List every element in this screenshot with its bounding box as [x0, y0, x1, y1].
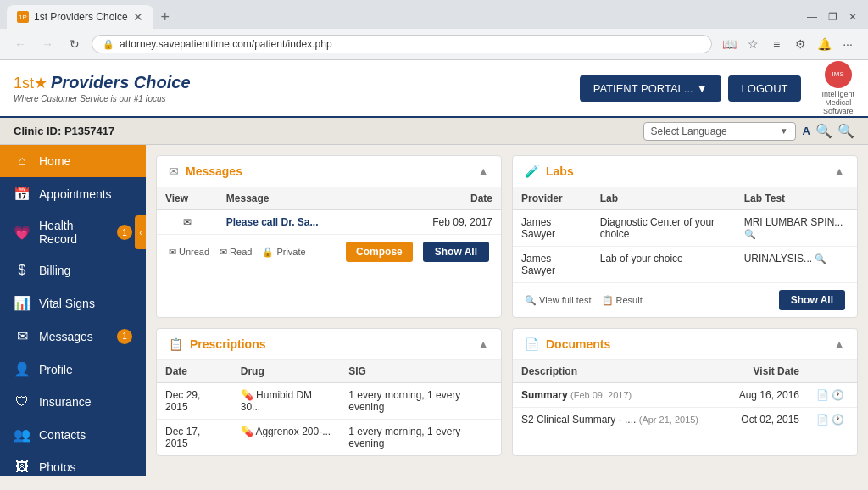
- search-icon-2[interactable]: 🔍: [837, 123, 854, 139]
- new-tab-button[interactable]: +: [153, 5, 177, 29]
- address-bar[interactable]: 🔒 attorney.savepatienttime.com/patient/i…: [92, 35, 712, 53]
- message-view-icon: ✉: [157, 210, 218, 235]
- prescriptions-card-header: 📋 Prescriptions ▲: [157, 329, 501, 360]
- sidebar-item-vital-signs[interactable]: 📊 Vital Signs: [0, 287, 146, 320]
- logo: 1st★ Providers Choice Where Customer Ser…: [14, 73, 191, 103]
- sidebar-item-contacts[interactable]: 👥 Contacts: [0, 418, 146, 451]
- lab-test-1[interactable]: MRI LUMBAR SPIN... 🔍: [736, 210, 857, 247]
- private-filter[interactable]: 🔒 Private: [262, 247, 305, 258]
- doc-info-icon-1[interactable]: 🕐: [832, 389, 844, 401]
- logo-text: Providers Choice: [51, 73, 191, 92]
- tab-title: 1st Providers Choice: [34, 11, 128, 23]
- bookmark-icon[interactable]: ☆: [743, 34, 763, 54]
- sidebar-label-photos: Photos: [39, 460, 132, 474]
- sidebar-item-messages[interactable]: ✉ Messages 1: [0, 320, 146, 353]
- health-icon: 💗: [14, 225, 31, 241]
- menu-icon[interactable]: ≡: [766, 34, 787, 54]
- rx-drug-2: 💊 Aggrenox 200-...: [232, 420, 341, 456]
- insurance-icon: 🛡: [14, 394, 31, 409]
- view-full-test-link[interactable]: 🔍 View full test: [525, 295, 592, 306]
- reading-mode-icon[interactable]: 📖: [719, 34, 739, 54]
- doc-actions-1[interactable]: 📄 🕐: [808, 383, 857, 408]
- language-select[interactable]: Select Language ▼: [643, 122, 796, 141]
- rx-drug-icon-1: 💊: [241, 389, 253, 401]
- result-icon: 📋: [602, 295, 614, 306]
- messages-card-header: ✉ Messages ▲: [157, 156, 501, 187]
- profile-icon: 👤: [14, 361, 31, 377]
- rx-drug-icon-2: 💊: [241, 426, 253, 437]
- table-row: James Sawyer Lab of your choice URINALYS…: [513, 247, 857, 283]
- rx-col-drug: Drug: [232, 360, 341, 383]
- table-row: S2 Clinical Summary - .... (Apr 21, 2015…: [513, 408, 857, 432]
- sidebar-item-billing[interactable]: $ Billing: [0, 254, 146, 287]
- search-icon: 🔍: [525, 295, 537, 306]
- messages-col-date: Date: [384, 187, 501, 210]
- prescriptions-icon: 📋: [169, 337, 183, 351]
- home-icon: ⌂: [14, 153, 31, 169]
- doc-download-icon-1[interactable]: 📄: [816, 389, 829, 401]
- messages-collapse-button[interactable]: ▲: [477, 164, 489, 178]
- notifications-icon[interactable]: 🔔: [814, 34, 834, 54]
- patient-portal-button[interactable]: PATIENT PORTAL... ▼: [580, 75, 721, 102]
- labs-card-body: Provider Lab Lab Test James Sawyer Diagn…: [513, 187, 857, 282]
- labs-card-title: Labs: [546, 164, 574, 178]
- lab-test-2[interactable]: URINALYSIS... 🔍: [736, 247, 857, 283]
- labs-col-lab: Lab: [592, 187, 736, 210]
- restore-button[interactable]: ❐: [824, 8, 841, 25]
- table-row: James Sawyer Diagnostic Center of your c…: [513, 210, 857, 247]
- rx-col-date: Date: [157, 360, 232, 383]
- sidebar-item-health-record[interactable]: 💗 Health Record 1 ‹: [0, 210, 146, 254]
- labs-collapse-button[interactable]: ▲: [833, 164, 845, 178]
- result-link[interactable]: 📋 Result: [602, 295, 643, 306]
- text-size-icon[interactable]: A: [803, 125, 810, 137]
- forward-button[interactable]: →: [37, 34, 58, 54]
- sidebar-collapse-handle[interactable]: ‹: [135, 215, 146, 249]
- unread-filter[interactable]: ✉ Unread: [169, 247, 209, 258]
- vitals-icon: 📊: [14, 295, 31, 311]
- messages-card-footer: ✉ Unread ✉ Read 🔒 Private Compose Show A…: [157, 234, 501, 269]
- back-button[interactable]: ←: [10, 34, 31, 54]
- sidebar: ⌂ Home 📅 Appointments 💗 Health Record 1 …: [0, 145, 146, 476]
- lab-test-search-icon-2[interactable]: 🔍: [815, 253, 826, 264]
- documents-collapse-button[interactable]: ▲: [833, 337, 845, 351]
- sidebar-item-home[interactable]: ⌂ Home: [0, 145, 146, 177]
- rx-date-1: Dec 29, 2015: [157, 383, 232, 420]
- minimize-button[interactable]: —: [804, 8, 821, 25]
- more-icon[interactable]: ···: [837, 34, 858, 54]
- prescriptions-collapse-button[interactable]: ▲: [477, 337, 489, 351]
- extensions-icon[interactable]: ⚙: [790, 34, 810, 54]
- messages-show-all-button[interactable]: Show All: [423, 242, 489, 262]
- billing-icon: $: [14, 263, 31, 278]
- table-row: ✉ Please call Dr. Sa... Feb 09, 2017: [157, 210, 501, 235]
- read-filter[interactable]: ✉ Read: [220, 247, 252, 258]
- documents-icon: 📄: [525, 337, 539, 351]
- sidebar-item-profile[interactable]: 👤 Profile: [0, 353, 146, 386]
- sidebar-item-appointments[interactable]: 📅 Appointments: [0, 177, 146, 210]
- message-text[interactable]: Please call Dr. Sa...: [218, 210, 384, 235]
- refresh-button[interactable]: ↻: [64, 34, 85, 54]
- lab-test-search-icon-1[interactable]: 🔍: [744, 229, 756, 239]
- sidebar-item-photos[interactable]: 🖼 Photos: [0, 451, 146, 476]
- unread-icon: ✉: [169, 247, 176, 258]
- sidebar-label-profile: Profile: [39, 363, 132, 376]
- tab-close-button[interactable]: ✕: [133, 10, 143, 24]
- active-tab[interactable]: 1P 1st Providers Choice ✕: [7, 5, 153, 29]
- doc-actions-2[interactable]: 📄 🕐: [808, 408, 857, 432]
- doc-col-visit-date: Visit Date: [724, 360, 808, 383]
- clinic-id: Clinic ID: P1357417: [14, 125, 114, 137]
- compose-button[interactable]: Compose: [346, 242, 413, 262]
- logout-button[interactable]: LOGOUT: [728, 75, 802, 102]
- search-icon-1[interactable]: 🔍: [815, 123, 832, 139]
- close-button[interactable]: ✕: [844, 8, 861, 25]
- labs-col-provider: Provider: [513, 187, 592, 210]
- rx-drug-1: 💊 Humibid DM 30...: [232, 383, 341, 420]
- labs-show-all-button[interactable]: Show All: [779, 290, 845, 310]
- doc-info-icon-2[interactable]: 🕐: [832, 414, 844, 426]
- sidebar-label-messages: Messages: [39, 330, 108, 343]
- labs-table: Provider Lab Lab Test James Sawyer Diagn…: [513, 187, 857, 282]
- doc-download-icon-2[interactable]: 📄: [816, 414, 829, 426]
- tab-favicon: 1P: [17, 11, 29, 23]
- labs-card-header: 🧪 Labs ▲: [513, 156, 857, 187]
- sidebar-item-insurance[interactable]: 🛡 Insurance: [0, 386, 146, 418]
- doc-desc-2: S2 Clinical Summary - .... (Apr 21, 2015…: [513, 408, 724, 432]
